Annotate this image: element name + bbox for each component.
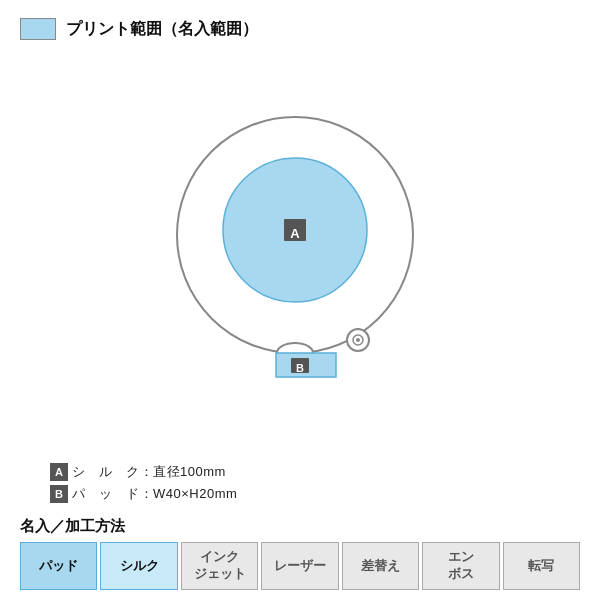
product-diagram: A B (140, 100, 460, 410)
badge-b: B (50, 485, 68, 503)
svg-text:A: A (290, 227, 300, 242)
method-pad[interactable]: パッド (20, 542, 97, 590)
method-buttons: パッド シルク インクジェット レーザー 差替え エンボス 転写 (20, 542, 580, 590)
main-container: プリント範囲（名入範囲） A B A シ ル ク：直径100mm (0, 0, 600, 600)
badge-a: A (50, 463, 68, 481)
method-laser[interactable]: レーザー (261, 542, 338, 590)
info-line-b: B パ ッ ド：W40×H20mm (50, 483, 580, 505)
method-inkjet[interactable]: インクジェット (181, 542, 258, 590)
info-detail-a: シ ル ク：直径100mm (72, 461, 226, 483)
legend-row: プリント範囲（名入範囲） (20, 18, 580, 40)
method-title: 名入／加工方法 (20, 517, 580, 536)
legend-color-box (20, 18, 56, 40)
diagram-area: A B (20, 50, 580, 461)
svg-point-7 (356, 338, 360, 342)
legend-text: プリント範囲（名入範囲） (66, 19, 258, 40)
method-section: 名入／加工方法 パッド シルク インクジェット レーザー 差替え エンボス 転写 (20, 517, 580, 590)
method-sashikae[interactable]: 差替え (342, 542, 419, 590)
info-section: A シ ル ク：直径100mm B パ ッ ド：W40×H20mm (20, 461, 580, 505)
info-detail-b: パ ッ ド：W40×H20mm (72, 483, 237, 505)
method-silk[interactable]: シルク (100, 542, 177, 590)
svg-text:B: B (296, 362, 304, 374)
method-emboss[interactable]: エンボス (422, 542, 499, 590)
info-line-a: A シ ル ク：直径100mm (50, 461, 580, 483)
method-transfer[interactable]: 転写 (503, 542, 580, 590)
